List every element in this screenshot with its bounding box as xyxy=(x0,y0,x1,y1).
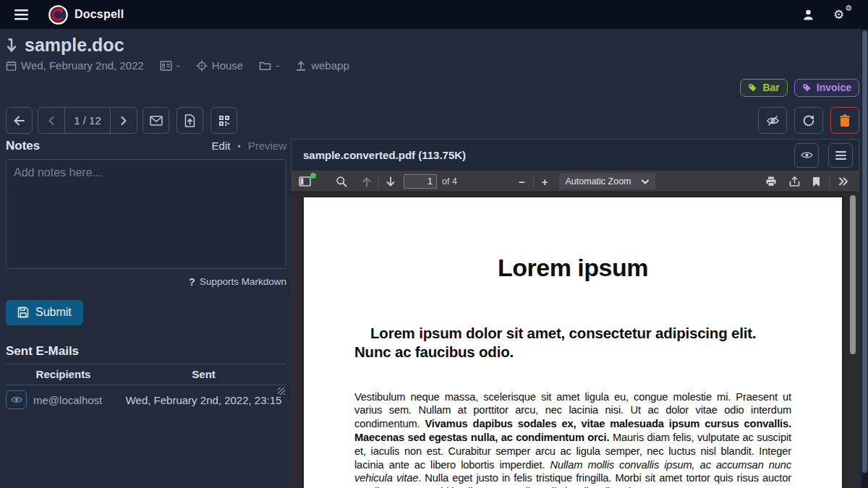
menu-icon[interactable] xyxy=(10,7,33,23)
file-upload-icon xyxy=(184,114,195,127)
attachment-panel: sample.converted.pdf (113.75K) xyxy=(291,139,859,488)
sent-emails-table: Recipients Sent me@localhost Wed, F xyxy=(6,364,286,414)
sent-emails-heading: Sent E-Mails xyxy=(6,344,286,359)
question-mark-icon: ? xyxy=(189,275,195,288)
notes-input[interactable] xyxy=(6,159,286,269)
page-scrollbar-thumb[interactable] xyxy=(862,30,867,473)
refresh-icon xyxy=(802,114,815,127)
separator-dot: • xyxy=(237,142,240,152)
sidebar-notification-dot xyxy=(310,173,316,179)
column-sent: Sent xyxy=(121,364,286,385)
notes-preview-link[interactable]: Preview xyxy=(248,140,286,152)
item-action-toolbar: 1 / 12 xyxy=(6,107,859,134)
envelope-icon xyxy=(150,116,163,126)
item-folder: - xyxy=(259,59,279,72)
pdf-page: Lorem ipsum Lorem ipsum dolor sit amet, … xyxy=(304,197,842,488)
page-count-label: of 4 xyxy=(442,176,457,187)
delete-button[interactable] xyxy=(830,107,859,134)
eye-icon xyxy=(801,150,813,160)
send-mail-button[interactable] xyxy=(142,107,169,134)
more-tools-icon[interactable] xyxy=(835,175,852,188)
item-concerning: House xyxy=(196,59,243,72)
markdown-hint: ? Supports Markdown xyxy=(6,275,286,288)
tag-icon xyxy=(802,83,812,93)
list-icon xyxy=(835,151,846,160)
app-title: Docspell xyxy=(75,8,124,21)
page-indicator: 1 / 12 xyxy=(64,108,111,133)
mail-recipient: me@localhost xyxy=(33,394,102,406)
trash-icon xyxy=(839,114,851,127)
column-recipients: Recipients xyxy=(6,364,121,385)
download-icon[interactable] xyxy=(785,174,804,189)
item-meta-row: Wed, February 2nd, 2022 - House - webapp xyxy=(6,59,349,72)
crosshair-icon xyxy=(196,60,208,72)
pdf-subtitle: Lorem ipsum dolor sit amet, consectetur … xyxy=(354,324,791,361)
attachment-pager: 1 / 12 xyxy=(38,107,137,134)
pdf-scrollbar-thumb[interactable] xyxy=(850,195,856,354)
item-source: webapp xyxy=(295,59,349,72)
find-previous-icon[interactable] xyxy=(358,174,375,189)
tag-invoice[interactable]: Invoice xyxy=(794,79,859,97)
find-next-icon[interactable] xyxy=(382,174,399,189)
bookmark-icon[interactable] xyxy=(809,174,824,189)
attachment-view-button[interactable] xyxy=(794,143,819,168)
notes-heading: Notes xyxy=(6,139,40,153)
add-file-button[interactable] xyxy=(176,107,203,134)
qr-code-button[interactable] xyxy=(210,107,237,134)
eye-slash-icon xyxy=(766,115,780,127)
reprocess-button[interactable] xyxy=(794,107,823,134)
tag-bar[interactable]: Bar xyxy=(740,79,787,97)
app-logo[interactable]: Docspell xyxy=(48,5,124,25)
page-title: sample.doc xyxy=(25,35,124,56)
tags-row: Bar Invoice xyxy=(740,79,859,97)
zoom-select[interactable]: Automatic Zoom xyxy=(559,174,655,189)
textarea-resize-handle[interactable] xyxy=(278,388,285,395)
item-title-row: sample.doc xyxy=(6,35,124,56)
pdf-document-title: Lorem ipsum xyxy=(304,254,842,282)
zoom-in-button[interactable]: + xyxy=(537,176,553,188)
prev-page-button[interactable] xyxy=(38,108,64,133)
search-icon[interactable] xyxy=(332,174,351,189)
settings-gears-icon[interactable]: ⚙⚙ xyxy=(833,7,851,22)
item-correspondent: - xyxy=(160,59,180,72)
zoom-out-button[interactable]: − xyxy=(514,176,530,188)
page-number-input[interactable] xyxy=(404,174,437,189)
arrow-down-icon xyxy=(6,38,17,53)
notes-edit-link[interactable]: Edit xyxy=(212,140,231,152)
save-icon xyxy=(17,307,29,318)
id-card-icon xyxy=(160,61,172,71)
calendar-icon xyxy=(6,60,17,72)
hide-item-button[interactable] xyxy=(758,107,787,134)
item-date: Wed, February 2nd, 2022 xyxy=(6,59,144,72)
view-mail-button[interactable] xyxy=(6,390,27,409)
pdf-viewer[interactable]: Lorem ipsum Lorem ipsum dolor sit amet, … xyxy=(291,192,859,488)
submit-button[interactable]: Submit xyxy=(6,300,83,325)
qr-code-icon xyxy=(218,115,230,127)
back-button[interactable] xyxy=(6,107,33,134)
print-icon[interactable] xyxy=(762,174,780,189)
attachment-file-label: sample.converted.pdf (113.75K) xyxy=(303,149,466,161)
chevron-down-icon xyxy=(642,179,649,184)
topbar: Docspell ⚙⚙ xyxy=(0,0,868,29)
attachment-menu-button[interactable] xyxy=(828,143,853,168)
notes-panel: Notes Edit • Preview ? Supports Markdown… xyxy=(6,139,286,414)
pdf-body-paragraph: Vestibulum neque massa, scelerisque sit … xyxy=(354,390,791,488)
eye-icon xyxy=(11,395,22,404)
table-row: me@localhost Wed, February 2nd, 2022, 23… xyxy=(6,385,286,415)
docspell-logo-icon xyxy=(48,5,68,25)
next-page-button[interactable] xyxy=(111,108,137,133)
attachment-header: sample.converted.pdf (113.75K) xyxy=(291,139,859,171)
pdfjs-toolbar: of 4 − + Automatic Zoom xyxy=(291,171,859,192)
tag-icon xyxy=(748,83,757,93)
user-icon[interactable] xyxy=(802,9,814,21)
upload-icon xyxy=(295,60,307,72)
page-scrollbar-track[interactable] xyxy=(861,29,868,488)
mail-sent-date: Wed, February 2nd, 2022, 23:15 xyxy=(121,385,286,415)
folder-icon xyxy=(259,61,271,71)
